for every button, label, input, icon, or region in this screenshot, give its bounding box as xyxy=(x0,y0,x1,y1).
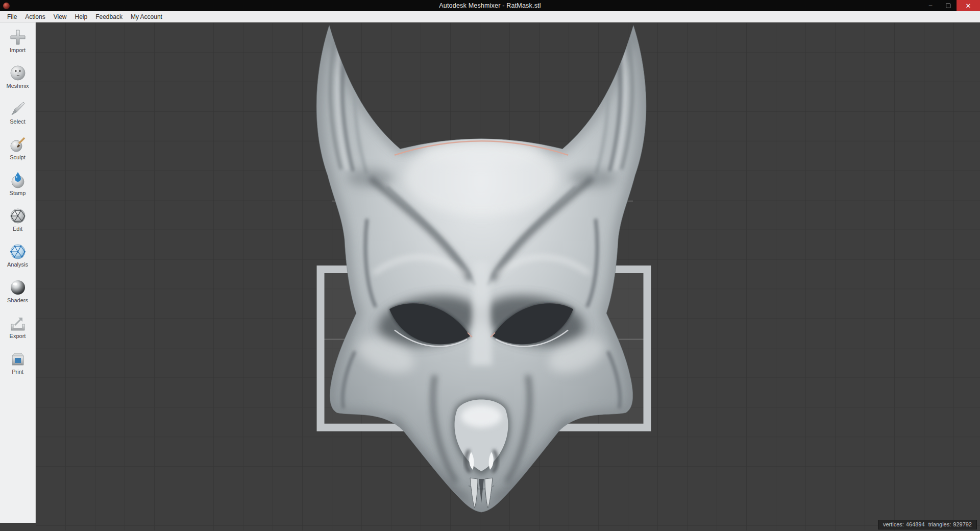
toolbar-analysis-button[interactable]: Analysis xyxy=(0,242,36,272)
shaders-glossy-sphere-icon xyxy=(8,278,28,297)
left-column: Import Meshmix Select xyxy=(0,22,36,530)
viewport-canvas[interactable]: vertices:464894 triangles:929792 xyxy=(36,22,980,530)
toolbar-label: Print xyxy=(12,369,23,375)
menu-my-account[interactable]: My Account xyxy=(127,12,166,21)
3d-scene xyxy=(36,22,980,530)
toolbar-label: Export xyxy=(10,333,26,339)
close-button[interactable]: ✕ xyxy=(957,0,980,11)
triangles-label: triangles: xyxy=(928,521,951,527)
toolbar-label: Analysis xyxy=(7,261,28,268)
main-area: Import Meshmix Select xyxy=(0,22,980,530)
toolbar-shaders-button[interactable]: Shaders xyxy=(0,278,36,307)
maximize-button[interactable] xyxy=(939,0,957,11)
toolbar-footer-strip xyxy=(0,523,36,530)
toolbar-label: Sculpt xyxy=(10,154,26,160)
import-plus-icon xyxy=(8,28,28,47)
toolbar-select-button[interactable]: Select xyxy=(0,99,36,129)
analysis-blue-wireframe-sphere-icon xyxy=(8,242,28,261)
menu-feedback[interactable]: Feedback xyxy=(91,12,127,21)
menu-view[interactable]: View xyxy=(50,12,71,21)
window-title: Autodesk Meshmixer - RatMask.stl xyxy=(0,2,980,9)
sculpt-sphere-pencil-icon xyxy=(8,135,28,154)
meshmixer-logo-icon xyxy=(3,2,10,10)
status-bar: vertices:464894 triangles:929792 xyxy=(878,520,977,529)
edit-wireframe-sphere-icon xyxy=(8,206,28,226)
toolbar-edit-button[interactable]: Edit xyxy=(0,206,36,236)
toolbar-label: Meshmix xyxy=(6,83,29,89)
toolbar-label: Edit xyxy=(13,226,22,232)
print-printer-icon xyxy=(8,349,28,369)
menubar: File Actions View Help Feedback My Accou… xyxy=(0,11,980,22)
toolbar-import-button[interactable]: Import xyxy=(0,28,36,57)
menu-file[interactable]: File xyxy=(3,12,21,21)
stamp-sphere-drop-icon xyxy=(8,171,28,190)
toolbar-label: Shaders xyxy=(7,297,28,303)
toolbar-meshmix-button[interactable]: Meshmix xyxy=(0,63,36,93)
toolbar-export-button[interactable]: Export xyxy=(0,313,36,343)
toolbar-print-button[interactable]: Print xyxy=(0,349,36,379)
export-arrow-icon xyxy=(8,313,28,333)
vertices-value: 464894 xyxy=(906,521,925,527)
triangles-value: 929792 xyxy=(953,521,972,527)
vertices-label: vertices: xyxy=(883,521,904,527)
toolbar-sculpt-button[interactable]: Sculpt xyxy=(0,135,36,164)
toolbar-label: Import xyxy=(10,47,26,53)
toolbar-label: Stamp xyxy=(10,190,26,196)
toolbar-label: Select xyxy=(10,118,26,125)
meshmix-face-sphere-icon xyxy=(8,63,28,83)
minimize-button[interactable]: – xyxy=(922,0,939,11)
select-brush-icon xyxy=(8,99,28,118)
toolbar-stamp-button[interactable]: Stamp xyxy=(0,171,36,200)
menu-actions[interactable]: Actions xyxy=(21,12,49,21)
titlebar: Autodesk Meshmixer - RatMask.stl – ✕ xyxy=(0,0,980,11)
menu-help[interactable]: Help xyxy=(71,12,92,21)
maximize-icon xyxy=(946,4,950,8)
window-controls: – ✕ xyxy=(922,0,980,11)
toolbar: Import Meshmix Select xyxy=(0,22,36,523)
